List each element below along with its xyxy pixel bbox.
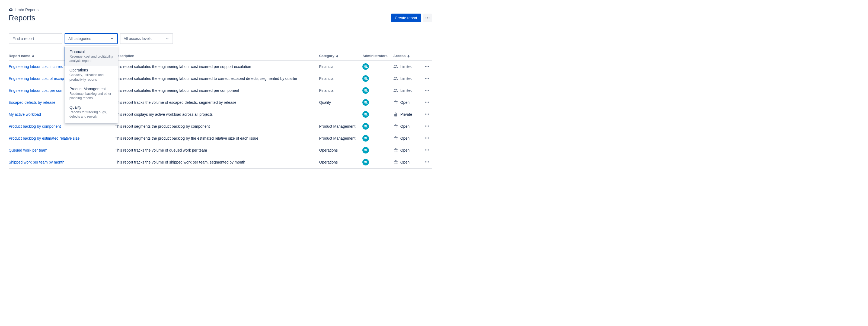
access-label: Open <box>400 100 410 105</box>
row-actions-button[interactable] <box>424 77 430 82</box>
building-icon <box>393 148 398 153</box>
svg-point-19 <box>428 102 429 102</box>
search-input-wrapper[interactable] <box>9 33 62 44</box>
avatar[interactable]: ML <box>362 99 369 106</box>
report-link[interactable]: Product backlog by estimated relative si… <box>9 136 80 140</box>
lock-icon <box>393 112 398 117</box>
report-link[interactable]: Product backlog by component <box>9 124 61 129</box>
building-icon <box>393 160 398 165</box>
table-row: Product backlog by estimated relative si… <box>9 132 432 144</box>
svg-point-12 <box>426 78 427 79</box>
svg-point-34 <box>428 161 429 162</box>
svg-point-16 <box>428 90 429 90</box>
report-link[interactable]: Engineering labour cost of escap <box>9 76 64 81</box>
more-horizontal-icon <box>424 111 430 117</box>
report-description: This report tracks the volume of escaped… <box>115 97 319 108</box>
svg-point-11 <box>425 78 426 79</box>
svg-point-33 <box>426 161 427 162</box>
category-menu-item[interactable]: QualityReports for tracking bugs, defect… <box>65 103 118 121</box>
svg-point-18 <box>426 102 427 102</box>
create-report-button[interactable]: Create report <box>391 13 421 22</box>
svg-point-10 <box>428 66 429 66</box>
report-category: Quality <box>319 97 362 108</box>
report-category: Financial <box>319 60 362 73</box>
category-menu-item[interactable]: OperationsCapacity, utilization and prod… <box>65 66 118 84</box>
row-actions-button[interactable] <box>424 161 430 165</box>
avatar[interactable]: ML <box>362 159 369 165</box>
avatar[interactable]: ML <box>362 87 369 94</box>
category-menu-item-title: Quality <box>69 105 113 109</box>
avatar[interactable]: ML <box>362 75 369 82</box>
column-header-category[interactable]: Category <box>319 52 362 60</box>
avatar[interactable]: ML <box>362 147 369 154</box>
column-header-administrators: Administrators <box>362 52 393 60</box>
report-category: Product Management <box>319 132 362 144</box>
more-horizontal-icon <box>425 15 430 21</box>
more-actions-button[interactable] <box>423 13 432 22</box>
access-level: Limited <box>393 88 418 93</box>
report-link[interactable]: Shipped work per team by month <box>9 160 64 164</box>
access-level: Open <box>393 148 418 153</box>
more-horizontal-icon <box>424 63 430 69</box>
report-link[interactable]: Escaped defects by release <box>9 100 55 105</box>
row-actions-button[interactable] <box>424 149 430 154</box>
building-icon <box>393 100 398 105</box>
svg-point-29 <box>425 150 426 150</box>
svg-point-4 <box>427 18 428 18</box>
more-horizontal-icon <box>424 87 430 93</box>
row-actions-button[interactable] <box>424 113 430 118</box>
avatar[interactable]: ML <box>362 111 369 118</box>
report-description: This report segments the product backlog… <box>115 132 319 144</box>
category-menu-item[interactable]: Product ManagementRoadmap, backlog and o… <box>65 84 118 103</box>
report-description: This report segments the product backlog… <box>115 120 319 132</box>
sort-icon <box>407 55 410 58</box>
report-category <box>319 108 362 120</box>
row-actions-button[interactable] <box>424 89 430 94</box>
access-filter-dropdown[interactable]: All access levels <box>120 33 173 44</box>
column-header-access[interactable]: Access <box>393 52 421 60</box>
svg-point-8 <box>425 66 426 66</box>
access-label: Open <box>400 124 410 129</box>
access-label: Limited <box>400 76 412 81</box>
svg-point-31 <box>428 150 429 150</box>
report-link[interactable]: Engineering labour cost per com <box>9 88 63 93</box>
svg-point-15 <box>426 90 427 90</box>
category-filter-dropdown[interactable]: All categories <box>65 33 118 44</box>
report-category: Operations <box>319 144 362 156</box>
access-level: Open <box>393 160 418 165</box>
category-menu-item-desc: Reports for tracking bugs, defects and r… <box>69 110 113 119</box>
row-actions-button[interactable] <box>424 65 430 70</box>
report-link[interactable]: My active workload <box>9 112 41 116</box>
report-description: This report calculates the engineering l… <box>115 60 319 73</box>
sort-icon <box>32 55 34 58</box>
breadcrumb-app-name: Limbr Reports <box>14 8 38 12</box>
avatar[interactable]: ML <box>362 63 369 70</box>
row-actions-button[interactable] <box>424 101 430 106</box>
category-menu-item-title: Financial <box>69 50 113 54</box>
breadcrumb[interactable]: Limbr Reports <box>9 8 432 12</box>
report-link[interactable]: Engineering labour cost incurred <box>9 64 63 69</box>
svg-point-3 <box>426 18 426 18</box>
svg-point-32 <box>425 161 426 162</box>
access-label: Open <box>400 160 410 164</box>
avatar[interactable]: ML <box>362 135 369 141</box>
report-link[interactable]: Queued work per team <box>9 148 47 153</box>
category-menu-item-desc: Capacity, utilization and productivity r… <box>69 73 113 82</box>
access-label: Private <box>400 112 412 116</box>
access-level: Private <box>393 112 418 117</box>
row-actions-button[interactable] <box>424 125 430 130</box>
access-filter-label: All access levels <box>124 36 152 41</box>
avatar[interactable]: ML <box>362 123 369 130</box>
category-menu-item[interactable]: FinancialRevenue, cost and profitability… <box>65 47 118 66</box>
more-horizontal-icon <box>424 76 430 81</box>
category-menu-item-title: Operations <box>69 68 113 72</box>
category-filter-label: All categories <box>68 36 91 41</box>
category-menu-item-desc: Roadmap, backlog and other planning repo… <box>69 91 113 100</box>
report-description: This report displays my active workload … <box>115 108 319 120</box>
search-input[interactable] <box>12 36 61 41</box>
svg-point-13 <box>428 78 429 79</box>
row-actions-button[interactable] <box>424 137 430 141</box>
chevron-down-icon <box>165 37 169 40</box>
access-label: Limited <box>400 64 412 69</box>
svg-point-25 <box>428 126 429 126</box>
